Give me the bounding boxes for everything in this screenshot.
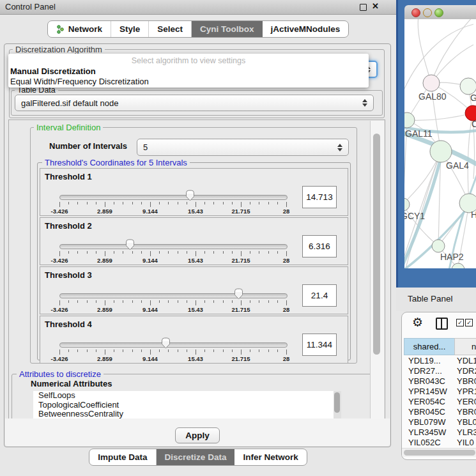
float-window-icon[interactable] xyxy=(360,4,367,11)
tab-label: Impute Data xyxy=(98,452,147,462)
tick-mark xyxy=(241,349,242,355)
network-node[interactable] xyxy=(404,112,415,128)
table-hscrollbar-thumb[interactable] xyxy=(404,450,475,456)
tab-network[interactable]: Network xyxy=(48,21,111,37)
tick-mark xyxy=(204,251,205,254)
table-header-row: shared... n xyxy=(402,338,476,355)
top-tabs: NetworkStyleSelectCyni ToolboxjActiveMNo… xyxy=(47,20,349,38)
table-data-combobox[interactable]: galFiltered.sif default node xyxy=(15,95,374,111)
table-row[interactable]: YER054CYER0 xyxy=(402,397,476,407)
table-row[interactable]: YDR27...YDR2 xyxy=(402,366,476,376)
close-traffic-icon[interactable] xyxy=(411,8,420,17)
discretization-algorithm-title: Discretization Algorithm xyxy=(13,45,105,54)
network-node[interactable] xyxy=(430,141,452,162)
table-row[interactable]: YPR145WYPR1 xyxy=(402,387,476,397)
table-header-shared[interactable]: shared... xyxy=(404,338,455,355)
settings-scrollbar-track[interactable] xyxy=(370,121,384,418)
threshold-value-field[interactable]: 11.344 xyxy=(302,334,337,356)
number-of-intervals-combobox[interactable]: 5 xyxy=(137,139,349,156)
slider-track[interactable] xyxy=(59,195,288,200)
table-hscrollbar-track[interactable] xyxy=(402,448,476,457)
network-node-label: GAL4 xyxy=(446,160,469,171)
table-row[interactable]: YLR345WYLR3 xyxy=(402,427,476,438)
table-row[interactable]: YBL079WYBL0 xyxy=(402,417,476,427)
slider-track[interactable] xyxy=(59,342,288,348)
tick-mark xyxy=(259,251,259,254)
tick-mark xyxy=(223,251,224,254)
checkbox-icon[interactable]: ✓ xyxy=(465,319,473,326)
tick-mark xyxy=(259,300,259,303)
threshold-value-field[interactable]: 14.713 xyxy=(302,186,337,208)
slider-track[interactable] xyxy=(59,244,288,249)
tab-infer-network[interactable]: Infer Network xyxy=(234,449,306,465)
tick-label: 15.43 xyxy=(188,208,203,215)
table-settings-gear-icon[interactable]: ⚙ xyxy=(412,316,423,328)
tick-mark xyxy=(213,300,214,303)
screen: Control Panel ✕ NetworkStyleSelectCyni T… xyxy=(0,0,476,476)
checkbox-icon[interactable]: ✓ xyxy=(456,319,464,326)
tab-impute-data[interactable]: Impute Data xyxy=(89,449,156,465)
network-node[interactable] xyxy=(423,75,440,91)
table-header-name[interactable]: n xyxy=(454,338,476,355)
list-item[interactable]: SelfLoops xyxy=(33,391,334,401)
bottom-tabbar: Impute DataDiscretize DataInfer Network xyxy=(0,449,396,466)
apply-button[interactable]: Apply xyxy=(175,427,220,443)
numerical-attributes-list[interactable]: SelfLoopsTopologicalCoefficientBetweenne… xyxy=(33,391,334,419)
tick-label: 9.144 xyxy=(142,355,158,362)
threshold-value-field[interactable]: 6.316 xyxy=(302,235,337,257)
tick-label: 9.144 xyxy=(142,208,158,215)
table-row[interactable]: YIL052CYIL0 xyxy=(402,438,476,448)
tab-select[interactable]: Select xyxy=(149,21,192,37)
network-view-canvas[interactable]: GAL80G.CGAL11GAL4GCY1HHAP2 xyxy=(404,19,476,268)
tick-label: 21.715 xyxy=(231,257,250,264)
attributes-list-scrollbar[interactable] xyxy=(334,391,341,419)
tick-mark xyxy=(204,202,205,204)
tick-mark xyxy=(150,300,151,305)
tick-mark xyxy=(178,251,178,254)
threshold-panel: Threshold 4-3.4262.8599.14415.4321.71528… xyxy=(40,316,348,364)
table-cell-name: YER0 xyxy=(457,397,476,406)
list-item[interactable]: BetweennessCentrality xyxy=(33,410,334,419)
dropdown-option[interactable]: Manual Discretization xyxy=(10,66,96,76)
slider-thumb[interactable] xyxy=(234,288,243,300)
network-node-label: C xyxy=(472,119,476,129)
tab-style[interactable]: Style xyxy=(111,21,149,37)
tick-mark xyxy=(132,300,133,303)
slider-thumb[interactable] xyxy=(161,337,171,349)
tick-mark xyxy=(250,300,250,303)
slider-thumb[interactable] xyxy=(185,190,195,201)
tick-mark xyxy=(213,349,214,352)
column-layout-icon[interactable] xyxy=(436,318,448,330)
list-item[interactable]: TopologicalCoefficient xyxy=(33,401,334,410)
table-row[interactable]: YBR045CYBR0 xyxy=(402,407,476,417)
settings-scrollbar-thumb[interactable] xyxy=(373,134,380,355)
threshold-value-field[interactable]: 21.4 xyxy=(302,284,337,307)
tick-label: 21.715 xyxy=(231,355,250,362)
zoom-traffic-icon[interactable] xyxy=(434,8,443,17)
tick-mark xyxy=(232,202,233,204)
dropdown-option[interactable]: Equal Width/Frequency Discretization xyxy=(10,77,149,86)
table-cell-shared: YBR045C xyxy=(408,407,453,417)
tab-label: Style xyxy=(119,24,140,34)
network-node[interactable] xyxy=(404,198,410,211)
table-row[interactable]: YBR043CYBR0 xyxy=(402,376,476,387)
table-row[interactable]: YDL19...YDL1 xyxy=(402,356,476,366)
slider-thumb[interactable] xyxy=(125,239,135,250)
tick-mark xyxy=(114,202,114,204)
tab-jactivemnodules[interactable]: jActiveMNodules xyxy=(263,21,349,37)
tick-mark xyxy=(132,349,133,352)
tick-mark xyxy=(150,202,151,207)
slider-track[interactable] xyxy=(59,293,288,298)
tab-discretize-data[interactable]: Discretize Data xyxy=(157,449,235,465)
close-icon[interactable]: ✕ xyxy=(372,1,379,11)
tick-mark xyxy=(187,349,187,352)
table-panel-header: Table Panel xyxy=(396,288,476,311)
network-window-titlebar[interactable] xyxy=(404,5,476,20)
tab-label: Select xyxy=(157,24,183,34)
network-node-label: H xyxy=(471,210,476,220)
network-node[interactable] xyxy=(432,240,445,252)
tab-cyni-toolbox[interactable]: Cyni Toolbox xyxy=(192,21,263,37)
minimize-traffic-icon[interactable] xyxy=(423,8,432,17)
tick-mark xyxy=(277,202,278,204)
tick-mark xyxy=(232,349,233,352)
